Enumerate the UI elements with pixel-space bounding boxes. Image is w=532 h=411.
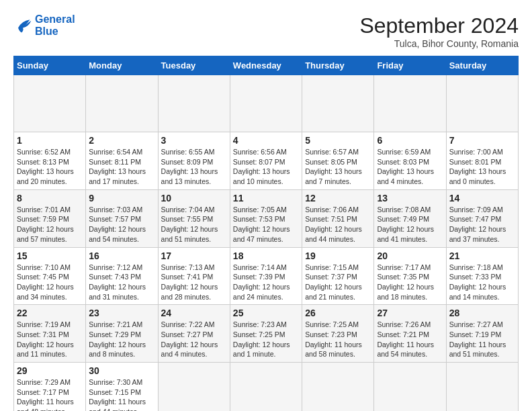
day-info: Sunrise: 6:55 AMSunset: 8:09 PMDaylight:… xyxy=(161,147,227,187)
day-info: Sunrise: 7:01 AMSunset: 7:59 PMDaylight:… xyxy=(17,205,83,244)
day-number: 12 xyxy=(305,193,371,203)
day-info: Sunrise: 6:52 AMSunset: 8:13 PMDaylight:… xyxy=(17,147,83,187)
day-info: Sunrise: 7:29 AMSunset: 7:17 PMDaylight:… xyxy=(17,377,83,411)
day-info: Sunrise: 7:14 AMSunset: 7:39 PMDaylight:… xyxy=(233,263,299,302)
calendar-cell: 11Sunrise: 7:05 AMSunset: 7:53 PMDayligh… xyxy=(230,189,302,247)
calendar-cell: 3Sunrise: 6:55 AMSunset: 8:09 PMDaylight… xyxy=(158,132,230,190)
calendar-cell: 6Sunrise: 6:59 AMSunset: 8:03 PMDaylight… xyxy=(374,132,446,190)
calendar-week-4: 15Sunrise: 7:10 AMSunset: 7:45 PMDayligh… xyxy=(14,247,519,305)
calendar-week-5: 22Sunrise: 7:19 AMSunset: 7:31 PMDayligh… xyxy=(14,305,519,363)
calendar-cell: 16Sunrise: 7:12 AMSunset: 7:43 PMDayligh… xyxy=(86,247,158,305)
day-number: 22 xyxy=(17,308,83,318)
day-info: Sunrise: 7:00 AMSunset: 8:01 PMDaylight:… xyxy=(449,147,515,187)
day-number: 25 xyxy=(233,308,299,318)
day-number: 21 xyxy=(449,250,515,261)
weekday-header-sunday: Sunday xyxy=(14,56,86,75)
weekday-header-wednesday: Wednesday xyxy=(230,56,302,75)
calendar-cell: 1Sunrise: 6:52 AMSunset: 8:13 PMDaylight… xyxy=(14,132,86,190)
day-info: Sunrise: 6:54 AMSunset: 8:11 PMDaylight:… xyxy=(89,147,154,187)
calendar-cell: 14Sunrise: 7:09 AMSunset: 7:47 PMDayligh… xyxy=(446,189,518,247)
calendar-cell: 18Sunrise: 7:14 AMSunset: 7:39 PMDayligh… xyxy=(230,247,302,305)
calendar-cell xyxy=(14,75,86,132)
calendar-cell: 9Sunrise: 7:03 AMSunset: 7:57 PMDaylight… xyxy=(86,189,158,247)
day-info: Sunrise: 7:10 AMSunset: 7:45 PMDaylight:… xyxy=(17,263,83,302)
calendar-cell xyxy=(302,363,374,412)
day-number: 27 xyxy=(377,308,443,318)
title-block: September 2024 Tulca, Bihor County, Roma… xyxy=(359,13,519,49)
calendar-cell: 10Sunrise: 7:04 AMSunset: 7:55 PMDayligh… xyxy=(158,189,230,247)
day-number: 17 xyxy=(161,250,227,261)
day-info: Sunrise: 6:57 AMSunset: 8:05 PMDaylight:… xyxy=(305,147,371,187)
day-info: Sunrise: 7:22 AMSunset: 7:27 PMDaylight:… xyxy=(161,320,227,359)
day-number: 1 xyxy=(17,135,83,146)
calendar-cell xyxy=(86,75,158,132)
calendar-cell xyxy=(374,363,446,412)
day-info: Sunrise: 6:59 AMSunset: 8:03 PMDaylight:… xyxy=(377,147,443,187)
day-number: 16 xyxy=(89,250,154,261)
calendar-cell: 17Sunrise: 7:13 AMSunset: 7:41 PMDayligh… xyxy=(158,247,230,305)
day-info: Sunrise: 7:06 AMSunset: 7:51 PMDaylight:… xyxy=(305,205,371,244)
day-number: 2 xyxy=(89,135,154,146)
day-number: 30 xyxy=(89,365,154,376)
calendar-week-1 xyxy=(14,75,519,132)
day-info: Sunrise: 7:23 AMSunset: 7:25 PMDaylight:… xyxy=(233,320,299,359)
day-number: 9 xyxy=(89,193,154,203)
day-info: Sunrise: 7:04 AMSunset: 7:55 PMDaylight:… xyxy=(161,205,227,244)
day-number: 11 xyxy=(233,193,299,203)
day-number: 18 xyxy=(233,250,299,261)
page-header: General Blue September 2024 Tulca, Bihor… xyxy=(13,13,519,49)
day-number: 3 xyxy=(161,135,227,146)
day-info: Sunrise: 7:30 AMSunset: 7:15 PMDaylight:… xyxy=(89,377,154,411)
day-number: 5 xyxy=(305,135,371,146)
calendar-cell: 20Sunrise: 7:17 AMSunset: 7:35 PMDayligh… xyxy=(374,247,446,305)
day-number: 24 xyxy=(161,308,227,318)
weekday-header-friday: Friday xyxy=(374,56,446,75)
day-info: Sunrise: 7:27 AMSunset: 7:19 PMDaylight:… xyxy=(449,320,515,359)
day-number: 23 xyxy=(89,308,154,318)
calendar-cell: 15Sunrise: 7:10 AMSunset: 7:45 PMDayligh… xyxy=(14,247,86,305)
calendar-table: SundayMondayTuesdayWednesdayThursdayFrid… xyxy=(13,56,519,411)
logo-icon xyxy=(13,16,32,35)
calendar-cell: 12Sunrise: 7:06 AMSunset: 7:51 PMDayligh… xyxy=(302,189,374,247)
logo: General Blue xyxy=(13,13,75,38)
calendar-cell xyxy=(446,75,518,132)
weekday-header-tuesday: Tuesday xyxy=(158,56,230,75)
calendar-cell xyxy=(158,363,230,412)
calendar-cell: 21Sunrise: 7:18 AMSunset: 7:33 PMDayligh… xyxy=(446,247,518,305)
calendar-cell: 30Sunrise: 7:30 AMSunset: 7:15 PMDayligh… xyxy=(86,363,158,412)
calendar-cell: 19Sunrise: 7:15 AMSunset: 7:37 PMDayligh… xyxy=(302,247,374,305)
day-number: 19 xyxy=(305,250,371,261)
calendar-cell xyxy=(446,363,518,412)
day-info: Sunrise: 7:17 AMSunset: 7:35 PMDaylight:… xyxy=(377,263,443,302)
day-info: Sunrise: 7:19 AMSunset: 7:31 PMDaylight:… xyxy=(17,320,83,359)
calendar-week-3: 8Sunrise: 7:01 AMSunset: 7:59 PMDaylight… xyxy=(14,189,519,247)
calendar-cell xyxy=(158,75,230,132)
day-number: 7 xyxy=(449,135,515,146)
calendar-cell: 4Sunrise: 6:56 AMSunset: 8:07 PMDaylight… xyxy=(230,132,302,190)
calendar-cell xyxy=(302,75,374,132)
month-title: September 2024 xyxy=(359,13,519,38)
calendar-cell xyxy=(230,75,302,132)
day-number: 13 xyxy=(377,193,443,203)
location: Tulca, Bihor County, Romania xyxy=(359,38,519,49)
day-info: Sunrise: 7:08 AMSunset: 7:49 PMDaylight:… xyxy=(377,205,443,244)
day-info: Sunrise: 7:12 AMSunset: 7:43 PMDaylight:… xyxy=(89,263,154,302)
day-info: Sunrise: 7:05 AMSunset: 7:53 PMDaylight:… xyxy=(233,205,299,244)
calendar-cell: 27Sunrise: 7:26 AMSunset: 7:21 PMDayligh… xyxy=(374,305,446,363)
calendar-cell: 22Sunrise: 7:19 AMSunset: 7:31 PMDayligh… xyxy=(14,305,86,363)
calendar-cell: 23Sunrise: 7:21 AMSunset: 7:29 PMDayligh… xyxy=(86,305,158,363)
day-number: 14 xyxy=(449,193,515,203)
day-info: Sunrise: 7:25 AMSunset: 7:23 PMDaylight:… xyxy=(305,320,371,359)
calendar-cell: 26Sunrise: 7:25 AMSunset: 7:23 PMDayligh… xyxy=(302,305,374,363)
day-info: Sunrise: 7:26 AMSunset: 7:21 PMDaylight:… xyxy=(377,320,443,359)
day-info: Sunrise: 7:21 AMSunset: 7:29 PMDaylight:… xyxy=(89,320,154,359)
calendar-cell: 2Sunrise: 6:54 AMSunset: 8:11 PMDaylight… xyxy=(86,132,158,190)
calendar-cell: 28Sunrise: 7:27 AMSunset: 7:19 PMDayligh… xyxy=(446,305,518,363)
calendar-cell: 24Sunrise: 7:22 AMSunset: 7:27 PMDayligh… xyxy=(158,305,230,363)
calendar-week-2: 1Sunrise: 6:52 AMSunset: 8:13 PMDaylight… xyxy=(14,132,519,190)
calendar-cell: 7Sunrise: 7:00 AMSunset: 8:01 PMDaylight… xyxy=(446,132,518,190)
day-number: 15 xyxy=(17,250,83,261)
weekday-header-thursday: Thursday xyxy=(302,56,374,75)
day-info: Sunrise: 7:13 AMSunset: 7:41 PMDaylight:… xyxy=(161,263,227,302)
day-number: 26 xyxy=(305,308,371,318)
